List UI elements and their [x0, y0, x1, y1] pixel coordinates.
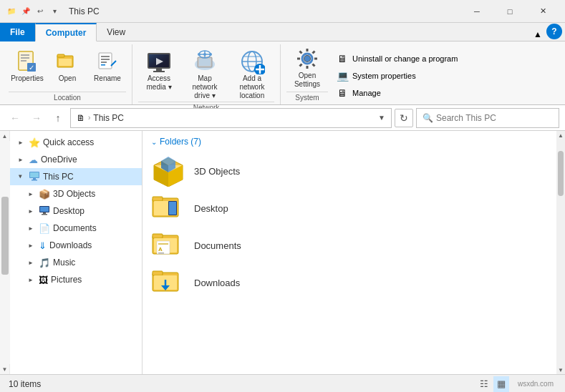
folders-header[interactable]: ⌄ Folders (7): [151, 137, 548, 147]
uninstall-button[interactable]: 🖥 Uninstall or change a program: [331, 52, 462, 66]
sidebar-scroll-down[interactable]: ▼: [0, 364, 10, 374]
pictures-label: Pictures: [51, 275, 82, 285]
pictures-expand[interactable]: ►: [26, 275, 36, 285]
folder-item-desktop[interactable]: Desktop: [151, 190, 548, 227]
svg-rect-26: [199, 59, 211, 66]
maximize-button[interactable]: □: [493, 0, 526, 23]
ribbon-content: ✓ Properties Open: [0, 41, 565, 104]
system-properties-button[interactable]: 💻 System properties: [331, 69, 462, 83]
svg-rect-13: [101, 62, 107, 63]
large-icons-view-button[interactable]: ▦: [493, 376, 509, 392]
forward-button[interactable]: →: [27, 109, 46, 127]
svg-rect-11: [101, 56, 110, 57]
svg-rect-72: [153, 271, 163, 275]
downloads-expand[interactable]: ►: [26, 240, 36, 250]
sidebar-item-desktop[interactable]: ► Desktop: [10, 202, 142, 220]
svg-rect-14: [101, 64, 105, 66]
search-box[interactable]: 🔍: [416, 108, 559, 128]
content-scroll-up[interactable]: ▲: [556, 131, 565, 139]
addressbar: ← → ↑ 🗎 › This PC ▼ ↻ 🔍: [0, 105, 565, 131]
svg-rect-46: [33, 178, 36, 180]
add-network-location-button[interactable]: Add a network location: [230, 47, 274, 102]
tab-computer[interactable]: Computer: [35, 23, 97, 41]
open-settings-button[interactable]: Open Settings: [286, 44, 328, 90]
map-network-dropdown: ▾: [212, 92, 216, 99]
tab-file[interactable]: File: [0, 23, 35, 41]
list-view-button[interactable]: ☷: [476, 376, 492, 392]
this-pc-expand[interactable]: ►: [16, 172, 26, 182]
svg-rect-3: [21, 57, 29, 59]
access-media-button[interactable]: Access media ▾: [138, 47, 180, 93]
quick-access-expand[interactable]: ►: [16, 137, 26, 147]
ribbon-collapse[interactable]: ▲ ?: [533, 23, 565, 41]
folder-icon-3d: [151, 154, 185, 188]
rename-button[interactable]: Rename: [89, 47, 126, 89]
folder-icon-documents: A: [151, 228, 185, 263]
svg-rect-4: [21, 60, 26, 62]
ribbon-tabs: File Computer View ▲ ?: [0, 23, 565, 41]
view-buttons: ☷ ▦: [476, 376, 509, 392]
quick-access-label: Quick access: [43, 137, 94, 147]
watermark: wsxdn.com: [518, 380, 554, 388]
map-network-drive-label: Map network drive ▾: [185, 74, 225, 100]
open-button[interactable]: Open: [49, 47, 86, 89]
system-properties-label: System properties: [352, 72, 416, 80]
onedrive-icon: ☁: [29, 155, 38, 165]
music-expand[interactable]: ►: [26, 258, 36, 268]
svg-rect-51: [42, 214, 47, 215]
content-scroll-down[interactable]: ▼: [556, 366, 565, 374]
chevron-up-icon: ▲: [533, 29, 542, 39]
dropdown-icon[interactable]: ▾: [49, 6, 60, 17]
3d-objects-expand[interactable]: ►: [26, 189, 36, 199]
onedrive-expand[interactable]: ►: [16, 155, 26, 165]
folder-name-3d-objects: 3D Objects: [194, 166, 240, 177]
add-network-location-icon: [239, 49, 265, 74]
music-icon: 🎵: [39, 258, 50, 268]
music-label: Music: [53, 258, 75, 268]
minimize-button[interactable]: ─: [460, 0, 493, 23]
manage-label: Manage: [352, 89, 381, 97]
undo-icon: ↩: [34, 6, 46, 17]
sidebar-item-onedrive[interactable]: ► ☁ OneDrive: [10, 151, 142, 168]
sidebar-item-quick-access[interactable]: ► ⭐ Quick access: [10, 134, 142, 151]
sidebar-item-3d-objects[interactable]: ► 📦 3D Objects: [10, 185, 142, 202]
folder-item-3d-objects[interactable]: 3D Objects: [151, 152, 548, 190]
tab-view[interactable]: View: [97, 23, 135, 41]
open-label: Open: [59, 74, 76, 83]
up-button[interactable]: ↑: [49, 109, 67, 127]
sidebar-item-documents[interactable]: ► 📄 Documents: [10, 220, 142, 237]
add-network-location-label: Add a network location: [232, 74, 272, 100]
svg-rect-12: [101, 59, 110, 60]
address-bar[interactable]: 🗎 › This PC ▼: [70, 108, 392, 128]
access-media-icon: [146, 49, 172, 74]
folder-item-documents[interactable]: A Documents: [151, 227, 548, 264]
sidebar-scrollbar-thumb: [1, 197, 9, 275]
folder-item-downloads[interactable]: Downloads: [151, 264, 548, 301]
svg-rect-8: [57, 54, 64, 57]
sidebar-scroll-up[interactable]: ▲: [0, 131, 10, 141]
sidebar-item-music[interactable]: ► 🎵 Music: [10, 254, 142, 271]
back-button[interactable]: ←: [6, 109, 24, 127]
svg-point-32: [209, 53, 212, 56]
documents-expand[interactable]: ►: [26, 223, 36, 233]
rename-icon: [95, 49, 120, 74]
sidebar-item-pictures[interactable]: ► 🖼 Pictures: [10, 271, 142, 288]
main-area: ▲ ▼ ► ⭐ Quick access ► ☁ OneDrive ► This…: [0, 131, 565, 374]
svg-rect-21: [153, 71, 165, 72]
properties-button[interactable]: ✓ Properties: [9, 47, 46, 89]
sidebar-item-this-pc[interactable]: ► This PC: [10, 168, 142, 185]
close-button[interactable]: ✕: [526, 0, 559, 23]
desktop-expand[interactable]: ►: [26, 206, 36, 216]
system-group-label: System: [286, 92, 328, 104]
manage-button[interactable]: 🖥 Manage: [331, 86, 462, 100]
downloads-label: Downloads: [49, 240, 92, 250]
map-network-drive-button[interactable]: Map network drive ▾: [183, 47, 227, 102]
sidebar-item-downloads[interactable]: ► ⇓ Downloads: [10, 237, 142, 254]
refresh-button[interactable]: ↻: [395, 109, 413, 127]
folder-name-desktop: Desktop: [194, 203, 228, 214]
address-dropdown-arrow[interactable]: ▼: [378, 114, 385, 122]
search-input[interactable]: [436, 113, 553, 123]
help-button[interactable]: ?: [546, 24, 562, 39]
svg-text:A: A: [158, 246, 163, 253]
uninstall-label: Uninstall or change a program: [352, 54, 458, 63]
